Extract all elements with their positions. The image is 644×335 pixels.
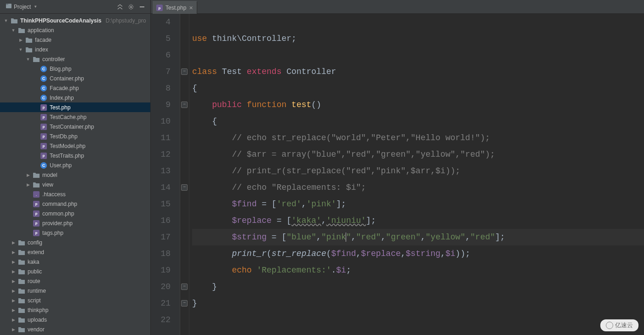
tree-item-label: Index.php — [50, 95, 74, 101]
tree-item[interactable]: ..htaccess — [0, 189, 150, 199]
tree-item[interactable]: pTest.php — [0, 102, 150, 112]
tree-item-label: vendor — [28, 326, 45, 333]
tree-arrow-icon[interactable]: ▶ — [11, 260, 16, 264]
folder-icon — [18, 258, 25, 266]
tree-item[interactable]: CBlog.php — [0, 64, 150, 74]
project-label: Project — [14, 4, 31, 10]
tree-item[interactable]: ▶script — [0, 295, 150, 305]
project-tree[interactable]: ▼ThinkPHPSourceCodeAnalysisD:\phpstudy_p… — [0, 14, 151, 335]
tree-item[interactable]: CFacade.php — [0, 83, 150, 93]
tree-item[interactable]: pTestModel.php — [0, 141, 150, 151]
tree-arrow-icon[interactable]: ▼ — [18, 47, 23, 52]
tree-arrow-icon[interactable]: ▶ — [11, 279, 16, 284]
tree-item[interactable]: pTestTraits.php — [0, 151, 150, 160]
tree-item[interactable]: ▶view — [0, 180, 150, 189]
tree-item[interactable]: ▶thinkphp — [0, 305, 150, 315]
tree-arrow-icon[interactable]: ▶ — [11, 327, 16, 332]
tree-item-path: D:\phpstudy_pro — [106, 17, 146, 24]
tree-item[interactable]: pTestContainer.php — [0, 122, 150, 131]
tree-item[interactable]: ▶facade — [0, 35, 150, 45]
code-line[interactable]: } — [192, 278, 644, 295]
tree-item[interactable]: ▶uploads — [0, 315, 150, 324]
tree-arrow-icon[interactable]: ▶ — [18, 38, 23, 42]
tree-item[interactable]: CIndex.php — [0, 93, 150, 102]
folder-icon — [25, 36, 33, 44]
code-line[interactable]: $find = ['red','pink']; — [192, 196, 644, 212]
tree-item[interactable]: ▶kaka — [0, 257, 150, 267]
gear-icon[interactable] — [125, 1, 137, 12]
code-line[interactable]: $replace = ['kaka','niuniu']; — [192, 212, 644, 229]
tree-item[interactable]: ▼controller — [0, 54, 150, 64]
tree-arrow-icon[interactable]: ▶ — [11, 318, 16, 322]
tree-arrow-icon[interactable]: ▶ — [11, 250, 16, 255]
close-icon[interactable]: ✕ — [189, 5, 193, 11]
code-area[interactable]: use think\Controller; class Test extends… — [189, 14, 644, 335]
tree-item[interactable]: CContainer.php — [0, 74, 150, 83]
editor[interactable]: 45678910111213141516171819202122 −−−−− u… — [151, 14, 644, 335]
php-file-icon: p — [40, 104, 47, 111]
folder-icon — [33, 56, 40, 63]
tree-arrow-icon[interactable]: ▼ — [11, 28, 16, 33]
code-line[interactable]: { — [192, 80, 644, 97]
tree-arrow-icon[interactable]: ▶ — [11, 240, 16, 245]
code-line[interactable]: { — [192, 113, 644, 130]
tree-item[interactable]: ▶runtime — [0, 286, 150, 295]
fold-toggle-icon[interactable]: − — [181, 184, 188, 191]
tree-item[interactable]: ▶model — [0, 170, 150, 180]
code-line[interactable]: } — [192, 295, 644, 312]
code-line[interactable]: // $arr = array("blue","red","green","ye… — [192, 146, 644, 163]
code-line[interactable]: // echo "Replacements: $i"; — [192, 179, 644, 196]
project-dropdown[interactable]: Project ▼ — [3, 1, 40, 12]
code-line[interactable] — [192, 14, 644, 30]
tree-item[interactable]: ▼index — [0, 45, 150, 54]
fold-toggle-icon[interactable]: − — [181, 68, 188, 75]
code-line[interactable]: print_r(str_replace($find,$replace,$stri… — [192, 245, 644, 262]
tree-item[interactable]: ptags.php — [0, 228, 150, 238]
tree-item[interactable]: pTestCache.php — [0, 112, 150, 122]
code-line[interactable]: use think\Controller; — [192, 30, 644, 47]
collapse-all-icon[interactable] — [114, 1, 125, 12]
tree-item-label: uploads — [28, 317, 47, 323]
tree-arrow-icon[interactable]: ▶ — [11, 289, 16, 293]
tree-item[interactable]: ▶vendor — [0, 324, 150, 334]
line-number: 21 — [151, 295, 171, 312]
tree-arrow-icon[interactable]: ▶ — [11, 269, 16, 274]
fold-toggle-icon[interactable]: − — [181, 102, 188, 108]
tree-item[interactable]: ▶extend — [0, 247, 150, 257]
tree-item[interactable]: pprovider.php — [0, 218, 150, 228]
code-line[interactable] — [192, 47, 644, 63]
tree-item[interactable]: ▼ThinkPHPSourceCodeAnalysisD:\phpstudy_p… — [0, 16, 150, 25]
hide-icon[interactable] — [137, 1, 148, 12]
tree-arrow-icon[interactable]: ▶ — [26, 182, 30, 187]
code-line[interactable] — [192, 312, 644, 328]
fold-toggle-icon[interactable]: − — [181, 284, 188, 290]
code-line[interactable]: // echo str_replace("world","Peter","Hel… — [192, 130, 644, 146]
tree-arrow-icon[interactable]: ▼ — [26, 57, 30, 62]
tree-item[interactable]: pcommon.php — [0, 209, 150, 218]
code-line[interactable]: class Test extends Controller — [192, 63, 644, 80]
tree-item-label: common.php — [42, 210, 74, 217]
tree-item[interactable]: pTestDb.php — [0, 131, 150, 141]
main: ▼ThinkPHPSourceCodeAnalysisD:\phpstudy_p… — [0, 14, 644, 335]
tree-item[interactable]: ▶route — [0, 276, 150, 286]
tree-item[interactable]: pcommand.php — [0, 199, 150, 209]
tree-arrow-icon[interactable]: ▶ — [11, 298, 16, 303]
tree-arrow-icon[interactable]: ▶ — [11, 308, 16, 312]
code-line[interactable]: public function test() — [192, 97, 644, 113]
tree-item-label: thinkphp — [28, 307, 48, 313]
tree-item[interactable]: CUser.php — [0, 160, 150, 170]
php-file-icon: p — [156, 5, 163, 11]
code-line[interactable]: $string = ["blue","pink","red","green","… — [192, 229, 644, 245]
php-file-icon: p — [33, 210, 40, 217]
fold-toggle-icon[interactable]: − — [181, 300, 188, 307]
tree-item[interactable]: ▶config — [0, 238, 150, 247]
php-file-icon: p — [33, 200, 40, 208]
php-file-icon: p — [33, 229, 40, 237]
tree-arrow-icon[interactable]: ▼ — [4, 18, 8, 23]
code-line[interactable]: echo 'Replacements:'.$i; — [192, 262, 644, 278]
tree-item[interactable]: ▼application — [0, 25, 150, 35]
code-line[interactable]: // print_r(str_replace("red","pink",$arr… — [192, 163, 644, 179]
tab-test-php[interactable]: p Test.php ✕ — [153, 1, 197, 14]
tree-arrow-icon[interactable]: ▶ — [26, 173, 30, 177]
tree-item[interactable]: ▶public — [0, 267, 150, 276]
